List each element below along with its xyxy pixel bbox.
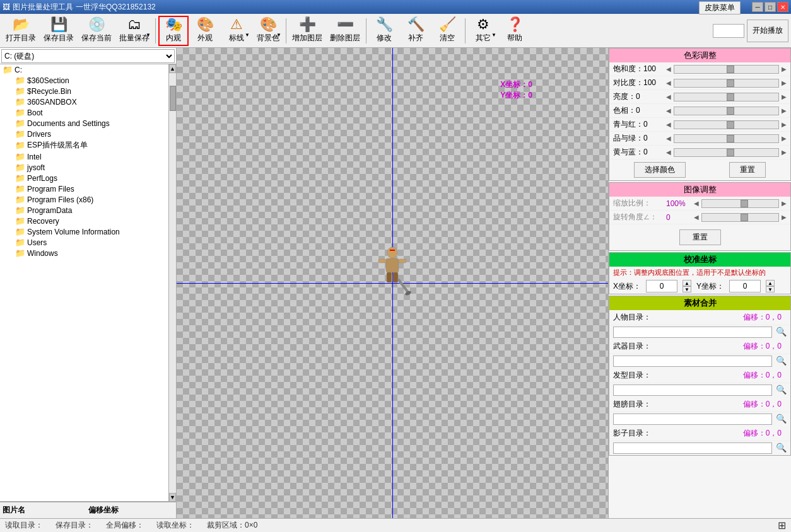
scroll-down-btn[interactable]: ▼ [169,493,176,502]
tree-item[interactable]: 📁jysoft [0,162,168,173]
scroll-thumb[interactable] [170,86,176,111]
tree-item[interactable]: 📁Program Files [0,183,168,194]
rotate-thumb[interactable] [741,214,748,221]
mark-button[interactable]: ⚠ 标线 ▼ [221,16,252,46]
hue-left-arrow[interactable]: ◀ [666,107,671,114]
open-dir-button[interactable]: 📂 打开目录 [3,16,39,46]
y-spin-down[interactable]: ▼ [766,286,775,292]
tree-item[interactable]: 📁$360Section [0,75,168,86]
frame-input[interactable]: 200 [713,24,744,38]
saturation-left-arrow[interactable]: ◀ [666,66,671,72]
yellow-blue-thumb[interactable] [727,149,734,156]
tree-item[interactable]: 📁Intel [0,151,168,162]
x-spin-up[interactable]: ▲ [683,280,691,286]
brightness-right-arrow[interactable]: ▶ [782,93,787,100]
tree-item[interactable]: 📁Drivers [0,129,168,139]
modify-button[interactable]: 🔧 修改 [369,16,399,46]
bg-color-button[interactable]: 🎨 背景色 ▼ [253,16,283,46]
yellow-blue-slider[interactable] [674,148,779,157]
tree-item[interactable]: 📁ESP插件级黑名单 [0,139,168,151]
tree-item[interactable]: 📁Recovery [0,216,168,226]
scroll-up-btn[interactable]: ▲ [169,64,176,73]
contrast-thumb[interactable] [727,79,734,87]
brightness-left-arrow[interactable]: ◀ [666,93,671,100]
brightness-slider[interactable] [674,93,779,101]
rotate-slider[interactable] [701,213,779,222]
outer-button[interactable]: 🎨 外观 [190,16,220,46]
tree-item[interactable]: 📁System Volume Information [0,226,168,237]
color-reset-button[interactable]: 重置 [729,162,766,178]
scale-thumb[interactable] [741,200,748,207]
contrast-right-arrow[interactable]: ▶ [782,79,787,86]
magenta-green-left-arrow[interactable]: ◀ [666,135,671,142]
calibrate-y-input[interactable] [729,280,761,292]
tree-scrollbar[interactable]: ▲ ▼ [168,64,176,502]
tree-item[interactable]: 📁Program Files (x86) [0,194,168,205]
shadow-path-input[interactable] [613,442,772,454]
rotate-right-arrow[interactable]: ▶ [782,214,787,221]
hue-right-arrow[interactable]: ▶ [782,107,787,114]
tree-root[interactable]: 📁 C: [0,64,168,75]
clear-button[interactable]: 🧹 清空 [432,16,462,46]
weapon-browse-icon[interactable]: 🔍 [776,356,787,367]
add-layer-button[interactable]: ➕ 增加图层 [289,16,325,46]
help-button[interactable]: ❓ 帮助 [500,16,530,46]
resize-handle[interactable]: ⊞ [778,519,786,531]
tree-item[interactable]: 📁$Recycle.Bin [0,86,168,96]
brightness-thumb[interactable] [727,93,734,101]
save-current-button[interactable]: 💿 保存当前 [78,16,115,46]
calibrate-x-input[interactable] [646,280,677,292]
start-play-button[interactable]: 开始播放 [747,20,788,42]
cyan-red-right-arrow[interactable]: ▶ [782,121,787,128]
scroll-track[interactable] [169,73,176,493]
minimize-button[interactable]: ─ [752,2,763,12]
saturation-thumb[interactable] [727,66,734,73]
drive-select[interactable]: C: (硬盘)D:E: [1,49,175,63]
cyan-red-thumb[interactable] [727,121,734,129]
hair-path-input[interactable] [613,385,772,396]
del-layer-button[interactable]: ➖ 删除图层 [327,16,363,46]
rotate-left-arrow[interactable]: ◀ [694,214,699,221]
weapon-path-input[interactable] [613,356,772,367]
yellow-blue-left-arrow[interactable]: ◀ [666,149,671,156]
hue-thumb[interactable] [727,107,734,115]
yellow-blue-right-arrow[interactable]: ▶ [782,149,787,156]
cyan-red-left-arrow[interactable]: ◀ [666,121,671,128]
hair-browse-icon[interactable]: 🔍 [776,385,787,396]
maximize-button[interactable]: □ [765,2,776,12]
skin-menu[interactable]: 皮肤菜单 [699,1,741,14]
magenta-green-thumb[interactable] [727,135,734,142]
close-button[interactable]: ✕ [777,2,788,12]
tree-item[interactable]: 📁Windows [0,248,168,258]
scale-slider[interactable] [701,199,779,208]
wing-path-input[interactable] [613,413,772,425]
contrast-left-arrow[interactable]: ◀ [666,79,671,86]
wing-browse-icon[interactable]: 🔍 [776,413,787,425]
repair-button[interactable]: 🔨 补齐 [401,16,431,46]
x-spin-down[interactable]: ▼ [683,286,691,292]
magenta-green-slider[interactable] [674,134,779,143]
magenta-green-right-arrow[interactable]: ▶ [782,135,787,142]
character-path-input[interactable] [613,327,772,338]
saturation-slider[interactable] [674,65,779,74]
scale-right-arrow[interactable]: ▶ [782,200,787,207]
save-dir-button[interactable]: 💾 保存目录 [40,16,77,46]
shadow-browse-icon[interactable]: 🔍 [776,442,787,454]
image-reset-button[interactable]: 重置 [679,229,721,245]
canvas-area[interactable]: X坐标：0 Y坐标：0 [177,48,608,518]
scale-left-arrow[interactable]: ◀ [694,200,699,207]
tree-item[interactable]: 📁360SANDBOX [0,96,168,107]
tree-item[interactable]: 📁ProgramData [0,205,168,216]
saturation-right-arrow[interactable]: ▶ [782,66,787,72]
tree-item[interactable]: 📁Documents and Settings [0,118,168,129]
tree-item[interactable]: 📁PerfLogs [0,173,168,183]
choose-color-button[interactable]: 选择颜色 [634,162,686,178]
contrast-slider[interactable] [674,79,779,88]
y-spin-up[interactable]: ▲ [766,280,775,286]
other-button[interactable]: ⚙ 其它 ▼ [468,16,498,46]
cyan-red-slider[interactable] [674,120,779,129]
character-browse-icon[interactable]: 🔍 [776,327,787,338]
inner-button[interactable]: 🎭 内观 [158,16,189,46]
tree-item[interactable]: 📁Boot [0,107,168,118]
hue-slider[interactable] [674,107,779,115]
